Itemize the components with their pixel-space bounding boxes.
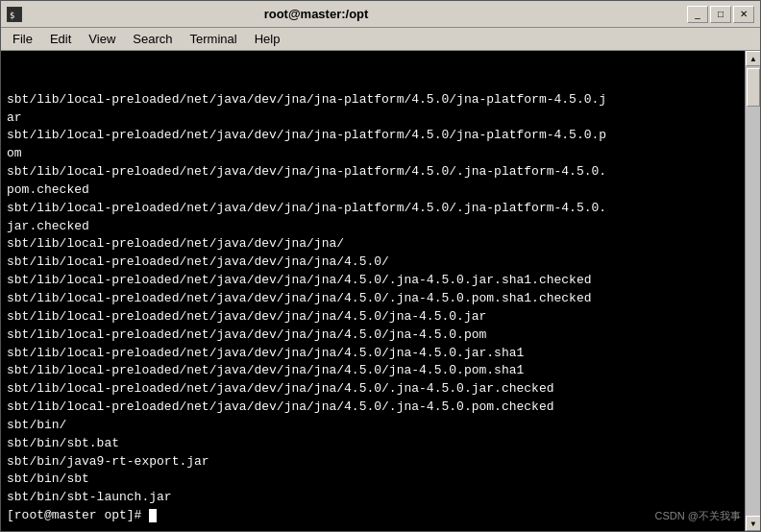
scrollbar[interactable]: ▲ ▼ — [745, 51, 760, 531]
title-bar-left: $ — [7, 7, 22, 22]
terminal-line: jar.checked — [7, 218, 739, 236]
terminal-line: sbt/lib/local-preloaded/net/java/dev/jna… — [7, 399, 739, 417]
svg-text:$: $ — [10, 11, 14, 20]
terminal-line: sbt/lib/local-preloaded/net/java/dev/jna… — [7, 235, 739, 254]
terminal-prompt-line: [root@master opt]# — [7, 507, 739, 525]
close-button[interactable]: ✕ — [733, 6, 754, 23]
maximize-button[interactable]: □ — [710, 6, 731, 23]
terminal-line: pom.checked — [7, 181, 739, 200]
terminal-line: sbt/lib/local-preloaded/net/java/dev/jna… — [7, 163, 739, 181]
terminal-line: om — [7, 145, 739, 163]
terminal-icon: $ — [7, 7, 22, 22]
terminal-line: sbt/lib/local-preloaded/net/java/dev/jna… — [7, 362, 739, 380]
terminal-line: sbt/lib/local-preloaded/net/java/dev/jna… — [7, 200, 739, 218]
terminal-window: $ root@master:/opt _ □ ✕ FileEditViewSea… — [0, 0, 761, 532]
terminal-line: sbt/bin/java9-rt-export.jar — [7, 453, 739, 472]
terminal-body[interactable]: sbt/lib/local-preloaded/net/java/dev/jna… — [1, 51, 760, 531]
terminal-line: sbt/bin/sbt — [7, 471, 739, 489]
menu-item-terminal[interactable]: Terminal — [183, 30, 245, 48]
terminal-line: sbt/lib/local-preloaded/net/java/dev/jna… — [7, 91, 739, 109]
minimize-button[interactable]: _ — [687, 6, 708, 23]
terminal-line: sbt/bin/sbt-launch.jar — [7, 489, 739, 507]
window-title: root@master:/opt — [22, 7, 610, 21]
terminal-line: ar — [7, 109, 739, 128]
scroll-up-button[interactable]: ▲ — [746, 51, 760, 66]
terminal-line: sbt/lib/local-preloaded/net/java/dev/jna… — [7, 127, 739, 145]
terminal-cursor — [149, 509, 157, 522]
scroll-thumb[interactable] — [747, 68, 760, 107]
terminal-line: sbt/bin/sbt.bat — [7, 435, 739, 453]
title-bar: $ root@master:/opt _ □ ✕ — [1, 1, 760, 28]
terminal-line: sbt/lib/local-preloaded/net/java/dev/jna… — [7, 308, 739, 326]
window-controls: _ □ ✕ — [687, 6, 754, 23]
terminal-line: sbt/lib/local-preloaded/net/java/dev/jna… — [7, 345, 739, 363]
terminal-line: sbt/lib/local-preloaded/net/java/dev/jna… — [7, 272, 739, 290]
terminal-line: sbt/lib/local-preloaded/net/java/dev/jna… — [7, 254, 739, 272]
terminal-prompt: [root@master opt]# — [7, 508, 149, 522]
menu-bar: FileEditViewSearchTerminalHelp — [1, 28, 760, 51]
scroll-down-button[interactable]: ▼ — [746, 516, 760, 531]
terminal-line: sbt/bin/ — [7, 417, 739, 435]
terminal-output: sbt/lib/local-preloaded/net/java/dev/jna… — [1, 51, 745, 531]
menu-item-view[interactable]: View — [81, 30, 123, 48]
menu-item-file[interactable]: File — [5, 30, 40, 48]
terminal-line: sbt/lib/local-preloaded/net/java/dev/jna… — [7, 290, 739, 308]
terminal-line: sbt/lib/local-preloaded/net/java/dev/jna… — [7, 326, 739, 345]
terminal-line: sbt/lib/local-preloaded/net/java/dev/jna… — [7, 380, 739, 399]
menu-item-edit[interactable]: Edit — [42, 30, 79, 48]
menu-item-help[interactable]: Help — [247, 30, 288, 48]
menu-item-search[interactable]: Search — [125, 30, 180, 48]
scroll-track[interactable] — [746, 66, 760, 516]
